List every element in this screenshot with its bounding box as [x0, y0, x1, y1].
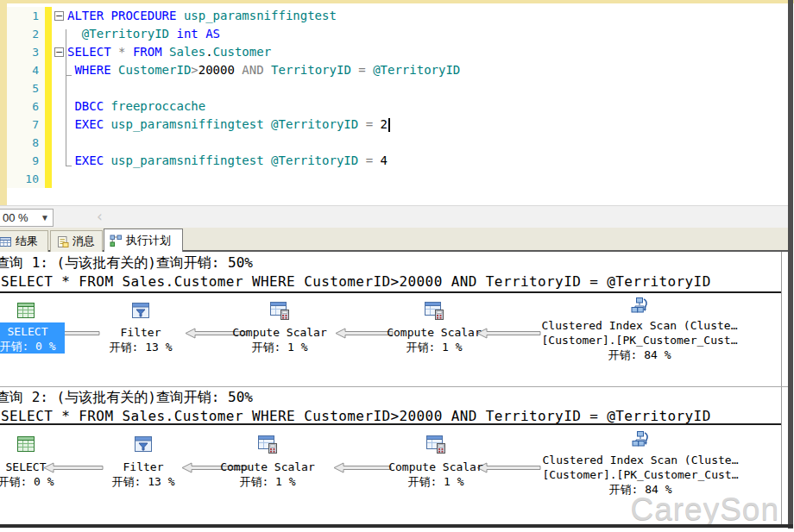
fold-scope-tick — [66, 69, 72, 76]
zoom-level-value: 00 % — [0, 211, 28, 224]
code-line-5[interactable]: 5 — [7, 79, 788, 97]
line-number: 2 — [7, 25, 45, 43]
query2-header: 查询 2: (与该批有关的)查询开销: 50% — [0, 389, 253, 407]
plan-node-label: SELECT — [0, 460, 86, 474]
plan-node-label: Compute Scalar — [374, 325, 495, 340]
chevron-down-icon: ▼ — [41, 213, 53, 222]
fold-scope-line — [66, 29, 72, 166]
plan-node[interactable]: Compute Scalar开销: 1 % — [375, 460, 496, 489]
plan-node-label: Clustered Index Scan (Cluste… — [524, 453, 757, 467]
code-text: EXEC usp_paramsniffingtest @TerritoryID … — [67, 152, 788, 170]
line-number: 7 — [7, 116, 45, 134]
plan-node-cost: 开销: 0 % — [0, 474, 86, 489]
code-text: WHERE CustomerID>20000 AND TerritoryID =… — [67, 61, 788, 79]
code-text: SELECT * FROM Sales.Customer — [67, 43, 788, 61]
tab-messages[interactable]: 消息 — [50, 230, 103, 252]
code-line-8[interactable]: 8 — [7, 134, 788, 152]
watermark: CareySon — [630, 491, 779, 528]
code-line-9[interactable]: 9 EXEC usp_paramsniffingtest @TerritoryI… — [7, 152, 788, 170]
plan-node-label: Clustered Index Scan (Cluste… — [523, 318, 756, 333]
execution-plan-pane: 查询 1: (与该批有关的)查询开销: 50% SELECT * FROM Sa… — [0, 252, 788, 524]
modified-line-indicator — [45, 170, 52, 188]
plan-node-label: Compute Scalar — [375, 460, 496, 474]
fold-collapse-icon[interactable]: − — [54, 47, 64, 57]
code-line-6[interactable]: 6 DBCC freeproccache — [7, 97, 788, 116]
plan-node-label: Compute Scalar — [219, 325, 340, 340]
code-text — [67, 170, 788, 188]
plan-node-cost: 开销: 84 % — [523, 347, 756, 362]
compute-scalar-icon — [269, 300, 290, 321]
plan-node[interactable]: Filter开销: 13 % — [80, 325, 201, 354]
plan-node-cost: 开销: 0 % — [0, 339, 65, 354]
code-text: @TerritoryID int AS — [67, 25, 788, 43]
tab-label: 结果 — [16, 234, 38, 249]
execution-plan-icon — [110, 235, 123, 247]
editor-hscrollbar[interactable]: 00 % ▼ ‹ — [0, 205, 788, 228]
query1-sql: SELECT * FROM Sales.Customer WHERE Custo… — [1, 273, 711, 290]
scroll-left-icon[interactable]: ‹ — [97, 208, 103, 225]
plan-node-cost: 开销: 13 % — [83, 474, 204, 489]
modified-line-indicator — [45, 43, 52, 61]
plan-node-cost: 开销: 1 % — [219, 340, 340, 354]
plan-node[interactable]: Filter开销: 13 % — [83, 460, 204, 489]
tab-label: 消息 — [72, 234, 95, 249]
editor-lines: 1−ALTER PROCEDURE usp_paramsniffingtest2… — [7, 7, 788, 188]
plan-node-label: SELECT — [0, 324, 65, 339]
modified-line-indicator — [45, 79, 52, 97]
compute-scalar-icon — [257, 434, 278, 454]
plan-node[interactable]: Compute Scalar开销: 1 % — [374, 325, 495, 354]
messages-icon — [56, 235, 69, 248]
fold-collapse-icon[interactable]: − — [54, 11, 64, 21]
code-line-3[interactable]: 3−SELECT * FROM Sales.Customer — [7, 43, 788, 61]
modified-line-indicator — [45, 25, 52, 43]
code-line-4[interactable]: 4 WHERE CustomerID>20000 AND TerritoryID… — [7, 61, 788, 79]
modified-line-indicator — [45, 7, 52, 25]
filter-icon — [133, 434, 154, 454]
plan-node[interactable]: Clustered Index Scan (Cluste…[Customer].… — [523, 318, 756, 362]
code-line-7[interactable]: 7 EXEC usp_paramsniffingtest @TerritoryI… — [7, 116, 788, 134]
fold-margin — [52, 170, 67, 188]
result-icon — [16, 434, 36, 454]
plan-node-cost: 开销: 1 % — [374, 340, 495, 354]
compute-scalar-icon — [425, 434, 446, 454]
tab-results[interactable]: 结果 — [0, 230, 48, 252]
code-text: DBCC freeproccache — [67, 97, 788, 116]
modified-line-indicator — [45, 152, 52, 170]
line-number: 8 — [7, 134, 45, 152]
line-number: 1 — [7, 7, 45, 25]
line-number: 9 — [7, 152, 45, 170]
results-tab-bar: 结果消息执行计划 — [0, 228, 788, 252]
modified-line-indicator — [45, 134, 52, 152]
modified-line-indicator — [45, 61, 52, 79]
modified-line-indicator — [45, 97, 52, 116]
fold-margin: − — [52, 7, 67, 25]
plan-node-label: Filter — [80, 325, 201, 340]
compute-scalar-icon — [424, 300, 444, 321]
plan-node-object: [Customer].[PK_Customer_Cust… — [523, 333, 756, 347]
plan-node-label: Filter — [83, 460, 204, 474]
plan-node[interactable]: Compute Scalar开销: 1 % — [219, 325, 340, 354]
text-caret — [388, 118, 390, 132]
plan-node[interactable]: SELECT开销: 0 % — [0, 460, 86, 489]
tab-execution-plan[interactable]: 执行计划 — [104, 228, 183, 252]
divider — [0, 386, 788, 387]
sql-editor[interactable]: 1−ALTER PROCEDURE usp_paramsniffingtest2… — [7, 3, 788, 205]
results-grid-icon — [0, 235, 12, 248]
code-text — [67, 79, 788, 97]
zoom-level-select[interactable]: 00 % ▼ — [0, 209, 54, 227]
ssms-window: 1−ALTER PROCEDURE usp_paramsniffingtest2… — [0, 0, 794, 532]
plan-node-label: Compute Scalar — [207, 460, 328, 474]
plan-node-cost: 开销: 1 % — [375, 474, 496, 489]
code-line-1[interactable]: 1−ALTER PROCEDURE usp_paramsniffingtest — [7, 7, 788, 25]
code-line-2[interactable]: 2 @TerritoryID int AS — [7, 25, 788, 43]
window-left-edge — [0, 3, 7, 205]
query1-plan-canvas[interactable]: SELECT开销: 0 %Filter开销: 13 %Compute Scala… — [0, 293, 781, 385]
plan-node[interactable]: Clustered Index Scan (Cluste…[Customer].… — [524, 453, 757, 497]
plan-node[interactable]: SELECT开销: 0 % — [0, 322, 65, 354]
code-text — [67, 134, 788, 152]
plan-node[interactable]: Compute Scalar开销: 1 % — [207, 460, 328, 489]
code-text: ALTER PROCEDURE usp_paramsniffingtest — [67, 7, 788, 25]
pane-right-divider — [781, 252, 782, 524]
line-number: 4 — [7, 61, 45, 79]
code-line-10[interactable]: 10 — [7, 170, 788, 188]
